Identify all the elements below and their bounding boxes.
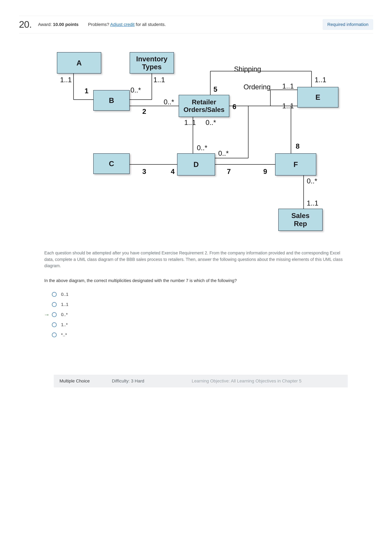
option-row[interactable]: 1..* — [46, 320, 125, 330]
label-shipping: Shipping — [234, 65, 261, 73]
box-f: F — [275, 153, 316, 175]
mult-ret-0s-r: 0..* — [206, 118, 216, 126]
adjust-credit-link[interactable]: Adjust credit — [110, 22, 134, 27]
correct-arrow-icon: → — [44, 311, 50, 318]
missing-2: 2 — [142, 108, 146, 115]
option-row[interactable]: 1..1 — [46, 299, 125, 310]
missing-5: 5 — [213, 85, 217, 93]
radio-icon[interactable] — [52, 292, 57, 297]
mult-f: 0..* — [307, 177, 317, 185]
radio-icon[interactable] — [52, 302, 57, 307]
label-ordering: Ordering — [244, 83, 271, 91]
mult-a: 1..1 — [60, 76, 72, 84]
question-type: Multiple Choice — [59, 379, 90, 384]
radio-icon[interactable] — [52, 312, 57, 317]
question-number: 20. — [19, 19, 32, 30]
box-sales-rep: SalesRep — [278, 209, 322, 231]
option-label: 0..1 — [61, 292, 69, 297]
difficulty-label: Difficulty: 3 Hard — [112, 379, 144, 384]
option-label: 1..* — [61, 322, 68, 327]
option-label: *..* — [61, 332, 67, 337]
mult-ret-0s: 0..* — [164, 98, 174, 106]
missing-4: 4 — [171, 168, 175, 175]
radio-icon[interactable] — [52, 322, 57, 327]
mult-e-ship: 1..1 — [282, 82, 294, 90]
option-label: 1..1 — [61, 302, 69, 307]
box-e: E — [297, 87, 338, 108]
box-d: D — [177, 153, 215, 175]
mult-inv-0s: 0..* — [130, 86, 141, 94]
question-header: 20. Award: 10.00 points Problems? Adjust… — [19, 19, 373, 30]
radio-icon[interactable] — [52, 332, 57, 337]
box-a: A — [57, 52, 101, 74]
award-label: Award: 10.00 points — [38, 22, 78, 27]
option-row[interactable]: *..* — [46, 330, 125, 340]
mult-d-top: 0..* — [197, 144, 207, 152]
question-footer: Multiple Choice Difficulty: 3 Hard Learn… — [54, 375, 348, 387]
option-label: 0..* — [61, 312, 68, 317]
mult-e-ord: 1..1 — [282, 102, 294, 110]
missing-7: 7 — [227, 168, 231, 175]
mult-e-top: 1..1 — [315, 76, 326, 84]
mult-inv: 1..1 — [153, 76, 165, 84]
problems-label: Problems? Adjust credit for all students… — [88, 22, 166, 27]
missing-3: 3 — [142, 168, 146, 175]
box-c: C — [93, 153, 130, 174]
box-b: B — [93, 90, 130, 111]
option-row[interactable]: → 0..* — [46, 310, 125, 320]
box-retailer-orders: RetailerOrders/Sales — [179, 95, 229, 117]
mult-ret-1: 1..1 — [184, 118, 196, 126]
option-row[interactable]: 0..1 — [46, 289, 125, 299]
uml-diagram: A InventoryTypes B RetailerOrders/Sales … — [41, 51, 351, 243]
missing-9: 9 — [263, 168, 267, 175]
question-text: In the above diagram, the correct multip… — [44, 278, 348, 283]
learning-objective: Learning Objective: All Learning Objecti… — [192, 379, 301, 384]
missing-6: 6 — [232, 103, 236, 111]
required-information-button[interactable]: Required information — [323, 19, 373, 30]
mult-d-right: 0..* — [218, 149, 229, 157]
box-inventory-types: InventoryTypes — [130, 52, 174, 74]
instructions-text: Each question should be attempted after … — [44, 250, 348, 269]
missing-1: 1 — [84, 87, 88, 95]
mult-sr: 1..1 — [307, 199, 318, 207]
missing-8: 8 — [296, 142, 300, 150]
answer-options: 0..1 1..1 → 0..* 1..* *..* — [46, 289, 125, 340]
